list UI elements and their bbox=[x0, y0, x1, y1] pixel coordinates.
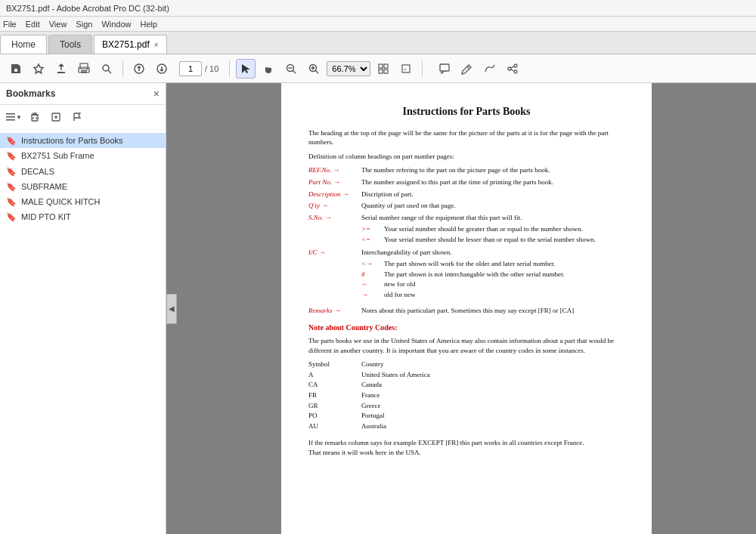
svg-line-18 bbox=[316, 70, 319, 73]
svg-rect-20 bbox=[384, 64, 388, 68]
toolbar: / 10 66.7% 50% 75% 100% ⌖ bbox=[0, 54, 756, 83]
def-row-sno: S.No. → Serial number range of the equip… bbox=[308, 213, 624, 223]
svg-marker-0 bbox=[34, 64, 43, 73]
toolbar-separator-1 bbox=[122, 60, 123, 77]
bookmark-item-quick-hitch[interactable]: 🔖 MALE QUICK HITCH bbox=[0, 194, 166, 209]
def-subsym-ic-1: <→ bbox=[361, 259, 384, 269]
favorites-button[interactable] bbox=[29, 59, 48, 79]
sidebar-add-button[interactable] bbox=[47, 108, 65, 126]
tab-bar: Home Tools BX2751.pdf × bbox=[0, 32, 756, 54]
def-text-partno: The number assigned to this part at the … bbox=[361, 177, 624, 187]
def-row-remarks: Remarks → Notes about this particulart p… bbox=[308, 306, 624, 316]
svg-rect-35 bbox=[32, 115, 38, 121]
save-button[interactable] bbox=[6, 59, 26, 79]
country-row-po: PO Portugal bbox=[308, 411, 624, 421]
sidebar-menu-button[interactable]: ▼ bbox=[5, 108, 23, 126]
svg-line-8 bbox=[108, 70, 111, 73]
def-subtext-ic-4: old for new bbox=[384, 290, 416, 300]
def-row-ic: I/C → Interchangeability of part shown. bbox=[308, 248, 624, 258]
country-col-symbol-header: Symbol bbox=[308, 360, 361, 369]
sidebar-flag-button[interactable] bbox=[68, 108, 86, 126]
sidebar-delete-button[interactable] bbox=[26, 108, 44, 126]
upload-button[interactable] bbox=[51, 59, 71, 79]
select-tool-button[interactable] bbox=[236, 59, 256, 79]
bookmark-item-subframe2[interactable]: 🔖 SUBFRAME bbox=[0, 179, 166, 194]
def-text-ic: Interchangeability of part shown. bbox=[361, 248, 624, 258]
pdf-page[interactable]: Instructions for Parts Books The heading… bbox=[281, 83, 652, 534]
zoom-select[interactable]: 66.7% 50% 75% 100% bbox=[327, 61, 370, 76]
rotate-button[interactable]: ⌖ bbox=[396, 59, 416, 79]
toolbar-right bbox=[435, 59, 522, 79]
menu-view[interactable]: View bbox=[49, 20, 67, 29]
comment-button[interactable] bbox=[435, 59, 454, 79]
def-subtext-ic-1: The part shown will work for the older a… bbox=[384, 259, 555, 269]
tab-home[interactable]: Home bbox=[0, 35, 47, 54]
country-table: Symbol Country A United States of Americ… bbox=[308, 360, 624, 431]
def-label-sno: S.No. → bbox=[308, 213, 361, 223]
pdf-area: ◀ Instructions for Parts Books The headi… bbox=[166, 83, 756, 534]
tab-close-button[interactable]: × bbox=[154, 41, 159, 49]
menu-window[interactable]: Window bbox=[101, 20, 131, 29]
next-page-button[interactable] bbox=[152, 59, 172, 79]
def-subsym-ic-3: ← bbox=[361, 279, 384, 289]
bookmark-list: 🔖 Instructions for Parts Books 🔖 BX2751 … bbox=[0, 130, 166, 534]
svg-line-14 bbox=[293, 70, 296, 73]
bookmark-item-subframe[interactable]: 🔖 BX2751 Sub Frame bbox=[0, 148, 166, 163]
page-nav: / 10 bbox=[175, 61, 223, 76]
svg-text:⌖: ⌖ bbox=[404, 67, 407, 72]
share-button[interactable] bbox=[503, 59, 522, 79]
def-subrow-sno-2: <= Your serial number should be lesser t… bbox=[361, 235, 624, 245]
sidebar-close-button[interactable]: × bbox=[153, 88, 160, 100]
page-number-input[interactable] bbox=[179, 61, 202, 76]
tab-doc[interactable]: BX2751.pdf × bbox=[94, 35, 167, 54]
bookmark-icon-3: 🔖 bbox=[6, 182, 17, 192]
country-sym-au: AU bbox=[308, 421, 361, 431]
zoom-out-button[interactable] bbox=[281, 59, 301, 79]
menu-sign[interactable]: Sign bbox=[76, 20, 92, 29]
country-row-a: A United States of America bbox=[308, 370, 624, 380]
zoom-in-button[interactable] bbox=[304, 59, 324, 79]
tab-tools[interactable]: Tools bbox=[48, 35, 92, 54]
menu-edit[interactable]: Edit bbox=[26, 20, 40, 29]
pdf-def-heading: Definition of column headings on part nu… bbox=[308, 152, 624, 162]
search-button[interactable] bbox=[97, 59, 116, 79]
menu-file[interactable]: File bbox=[3, 20, 17, 29]
markup-button[interactable] bbox=[480, 59, 500, 79]
def-text-sno: Serial number range of the equipment tha… bbox=[361, 213, 624, 223]
fit-page-button[interactable] bbox=[373, 59, 393, 79]
page-total-label: / 10 bbox=[205, 64, 218, 73]
def-subrow-ic-2: # The part shown is not interchangable w… bbox=[361, 270, 624, 279]
hand-tool-button[interactable] bbox=[259, 59, 278, 79]
pen-button[interactable] bbox=[457, 59, 477, 79]
country-row-ca: CA Canada bbox=[308, 380, 624, 390]
def-row-desc: Description → Discription of part. bbox=[308, 190, 624, 199]
sidebar-collapse-button[interactable]: ◀ bbox=[166, 294, 177, 324]
def-subtext-sno-2: Your serial number should be lesser than… bbox=[384, 235, 596, 245]
bookmark-icon-0: 🔖 bbox=[6, 136, 17, 146]
title-bar: BX2751.pdf - Adobe Acrobat Pro DC (32-bi… bbox=[0, 0, 756, 17]
def-text-desc: Discription of part. bbox=[361, 190, 624, 199]
bookmark-item-pto-kit[interactable]: 🔖 MID PTO KIT bbox=[0, 209, 166, 224]
svg-point-27 bbox=[514, 64, 517, 67]
def-subsym-ic-4: → bbox=[361, 290, 384, 300]
pdf-footer: If the remarks column says for example E… bbox=[308, 438, 624, 457]
print-button[interactable] bbox=[74, 59, 94, 79]
svg-rect-2 bbox=[80, 63, 88, 69]
bookmark-label-0: Instructions for Parts Books bbox=[21, 135, 123, 146]
bookmark-label-2: DECALS bbox=[21, 166, 54, 177]
bookmark-item-instructions[interactable]: 🔖 Instructions for Parts Books bbox=[0, 133, 166, 148]
country-sym-ca: CA bbox=[308, 380, 361, 390]
svg-rect-25 bbox=[440, 64, 449, 71]
bookmark-item-decals[interactable]: 🔖 DECALS bbox=[0, 164, 166, 179]
def-subtext-sno-1: Your serial number should be greater tha… bbox=[384, 224, 583, 234]
def-subsym-sno-2: <= bbox=[361, 235, 384, 245]
def-row-refno: REF.No. → The number refering to the par… bbox=[308, 165, 624, 175]
svg-marker-11 bbox=[242, 64, 250, 73]
country-sym-a: A bbox=[308, 370, 361, 380]
prev-page-button[interactable] bbox=[129, 59, 149, 79]
def-row-qty: Q'ty → Quantity of part used on that pag… bbox=[308, 201, 624, 211]
svg-rect-6 bbox=[87, 69, 88, 70]
menu-help[interactable]: Help bbox=[141, 20, 158, 29]
svg-rect-32 bbox=[6, 113, 15, 115]
title-bar-text: BX2751.pdf - Adobe Acrobat Pro DC (32-bi… bbox=[6, 4, 169, 13]
